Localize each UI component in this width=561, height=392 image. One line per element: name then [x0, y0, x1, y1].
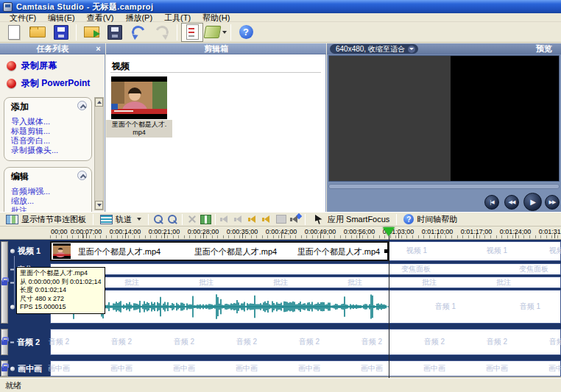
track-row-callout[interactable]	[50, 277, 561, 288]
ruler-label: 0:00:35;00	[227, 228, 258, 235]
track-group-grip[interactable]	[1, 241, 8, 324]
track-row-audio2[interactable]	[50, 329, 561, 355]
preview-size-dropdown[interactable]: 640x480, 收缩至适合	[330, 44, 418, 54]
zoom-out-icon[interactable]	[166, 214, 179, 225]
menu-item-2[interactable]: 查看(V)	[82, 13, 121, 22]
tooltip-line: 里面个个都是人才.mp4	[20, 269, 102, 278]
task-link-1-2[interactable]: 批注...	[11, 206, 91, 212]
clip-bin: 视频 里面个个都是人才. mp4	[106, 54, 326, 212]
track-row-zoom[interactable]	[50, 263, 561, 275]
lock-icon[interactable]	[1, 280, 7, 285]
produce-share-button[interactable]	[205, 23, 227, 42]
clip-resize-handle[interactable]	[384, 249, 388, 253]
menu-item-3[interactable]: 播放(P)	[120, 13, 159, 22]
title-bar[interactable]: Camtasia Studio - 无标题.camproj	[0, 0, 561, 13]
task-list-toggle-button[interactable]	[181, 23, 203, 42]
skip-to-start-button[interactable]: |◀	[484, 195, 499, 210]
menu-item-4[interactable]: 工具(T)	[159, 13, 197, 22]
storyboard-icon	[6, 214, 18, 225]
tooltip-line: 尺寸 480 x 272	[20, 295, 102, 304]
task-link-0-0[interactable]: 导入媒体...	[11, 117, 91, 126]
record-screen-button[interactable]: 录制屏幕	[7, 60, 105, 72]
collapse-icon[interactable]	[77, 101, 87, 110]
zoom-in-icon[interactable]	[152, 214, 165, 225]
close-icon[interactable]: ×	[94, 44, 103, 53]
track-bullet-icon	[10, 249, 15, 253]
task-link-1-1[interactable]: 缩放...	[11, 196, 91, 206]
apply-smartfocus-button[interactable]: 应用 SmartFocus	[309, 213, 392, 226]
track-row-pip[interactable]	[50, 360, 561, 377]
clip-thumbnail[interactable]	[111, 76, 167, 119]
produce-share-icon	[205, 24, 220, 41]
help-button[interactable]	[235, 23, 257, 42]
divider	[110, 72, 321, 73]
show-storyboard-button[interactable]: 显示情节串连图板	[3, 213, 89, 226]
tracks-button[interactable]: 轨道	[97, 213, 144, 226]
divider	[305, 214, 306, 225]
redo-button[interactable]	[151, 23, 173, 42]
volume-down-icon[interactable]	[219, 214, 231, 225]
track-label-video1[interactable]: 视频 1	[10, 246, 49, 257]
preview-size-value: 640x480, 收缩至适合	[336, 44, 405, 54]
import-media-icon	[82, 24, 100, 41]
clip-thumbnail-image	[111, 82, 167, 114]
timeline-clip[interactable]: 里面个个都是人才.mp4里面个个都是人才.mp4里面个个都是人才.mp4	[50, 241, 389, 261]
scroll-down-icon[interactable]	[95, 201, 103, 210]
status-text: 就绪	[5, 380, 21, 391]
preview-header: 640x480, 收缩至适合 预览	[327, 43, 561, 54]
task-panel-scrollbar[interactable]	[94, 97, 104, 210]
collapse-icon[interactable]	[77, 171, 87, 180]
clip-mini-thumbnail	[53, 243, 71, 259]
task-list-toggle-icon	[183, 24, 201, 41]
track-label-audio2[interactable]: 音频 2	[10, 337, 49, 348]
save-button[interactable]	[50, 23, 72, 42]
new-button[interactable]	[3, 23, 25, 42]
task-link-0-2[interactable]: 语音旁白...	[11, 136, 91, 146]
chevron-down-icon	[408, 46, 415, 53]
lock-icon[interactable]	[1, 366, 7, 371]
rewind-button[interactable]: ◀◀	[504, 195, 519, 210]
task-link-0-3[interactable]: 录制摄像头...	[11, 146, 91, 155]
clip-bin-section-label: 视频	[112, 60, 130, 73]
volume-up-icon[interactable]	[233, 214, 245, 225]
divider	[177, 24, 177, 40]
track-bullet-icon	[10, 304, 15, 309]
preview-frame	[329, 56, 451, 181]
fade-out-icon[interactable]	[261, 214, 273, 225]
main-toolbar	[0, 22, 561, 43]
playhead-marker[interactable]	[383, 227, 395, 236]
menu-item-1[interactable]: 编辑(E)	[43, 13, 82, 22]
timeline-help-button[interactable]: ? 时间轴帮助	[401, 213, 460, 226]
seek-bar[interactable]	[328, 184, 560, 189]
track-label-pip[interactable]: 画中画	[10, 363, 49, 374]
menu-item-0[interactable]: 文件(F)	[4, 13, 43, 22]
clip-caption[interactable]: 里面个个都是人才. mp4	[106, 120, 172, 138]
track-group-grip[interactable]	[1, 329, 8, 355]
fast-forward-button[interactable]: ▶▶	[545, 195, 560, 210]
import-media-button[interactable]	[80, 23, 102, 42]
remove-noise-icon[interactable]	[275, 214, 287, 225]
lock-icon[interactable]	[1, 340, 7, 345]
ruler-label: 0:01:31;00	[539, 228, 561, 235]
undo-icon	[130, 24, 147, 41]
timeline-ruler[interactable]: 00;000:00:07;000:00:14;000:00:21;000:00:…	[0, 227, 561, 240]
undo-button[interactable]	[127, 23, 149, 42]
tooltip-line: 长度 0:01:02;14	[20, 286, 102, 295]
task-panel-title: 任务列表	[37, 43, 69, 54]
play-button[interactable]: ▶	[523, 193, 542, 211]
cut-icon[interactable]	[186, 214, 198, 225]
record-powerpoint-button[interactable]: 录制 PowerPoint	[7, 77, 105, 90]
menu-item-5[interactable]: 帮助(H)	[197, 13, 236, 22]
task-link-1-0[interactable]: 音频增强...	[11, 187, 91, 196]
fade-in-icon[interactable]	[247, 214, 259, 225]
window-title: Camtasia Studio - 无标题.camproj	[16, 1, 153, 13]
scroll-up-icon[interactable]	[95, 98, 103, 107]
track-group-grip[interactable]	[1, 360, 8, 377]
smartfocus-icon	[312, 214, 325, 225]
split-icon[interactable]	[200, 214, 212, 225]
task-group-0: 添加导入媒体...标题剪辑...语音旁白...录制摄像头...	[4, 97, 92, 161]
add-marker-icon[interactable]	[289, 214, 301, 225]
open-button[interactable]	[27, 23, 49, 42]
task-link-0-1[interactable]: 标题剪辑...	[11, 126, 91, 136]
save-as-button[interactable]	[104, 23, 126, 42]
